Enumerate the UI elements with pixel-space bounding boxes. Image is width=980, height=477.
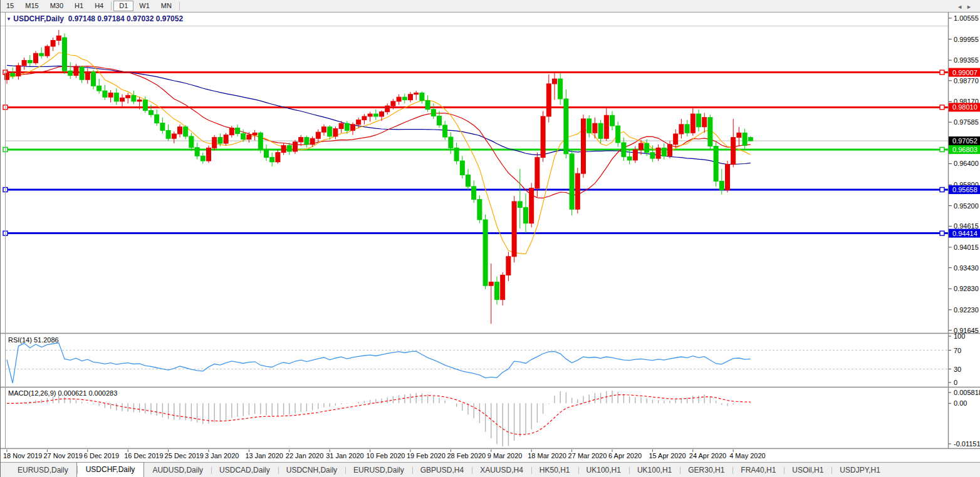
candle-body: [662, 148, 666, 156]
candle-body: [604, 115, 608, 138]
price-badge: [949, 145, 980, 154]
candle-body: [45, 46, 50, 56]
candle-body: [639, 143, 644, 150]
candle-body: [472, 187, 476, 200]
candle-body: [155, 115, 159, 123]
price-axis-tick: 0.98770: [954, 77, 979, 85]
chart-tab-audusd-daily[interactable]: AUDUSD,Daily: [144, 464, 211, 477]
candle-body: [178, 127, 182, 134]
chart-tab-eurusd-daily[interactable]: EURUSD,Daily: [9, 464, 76, 477]
candle-body: [201, 156, 205, 161]
candle-body: [333, 129, 338, 136]
price-badge: [949, 103, 980, 111]
date-axis-label: 19 Feb 2020: [407, 452, 446, 459]
tab-scroll-left-icon[interactable]: ◄: [957, 4, 966, 10]
candle-body: [397, 97, 401, 101]
chart-tab-usdcad-daily[interactable]: USDCAD,Daily: [211, 464, 278, 477]
timeframe-button-m30[interactable]: M30: [44, 1, 69, 11]
chart-tab-ger30-h1[interactable]: GER30,H1: [680, 464, 732, 477]
chart-tab-usdjpy-h1[interactable]: USDJPY,H1: [831, 464, 888, 477]
price-badge-text: 0.98010: [952, 103, 977, 111]
chart-tab-xauusd-h4[interactable]: XAUUSD,H4: [472, 464, 531, 477]
candle-body: [697, 114, 701, 127]
timeframe-button-d1[interactable]: D1: [113, 1, 133, 11]
candle-body: [212, 138, 217, 148]
chart-tab-fra40-h1[interactable]: FRA40,H1: [732, 464, 784, 477]
chart-tab-hk50-h1[interactable]: HK50,H1: [531, 464, 578, 477]
candle-body: [264, 150, 269, 157]
candle-body: [449, 137, 453, 148]
candle-body: [674, 134, 678, 145]
date-axis-label: 6 Dec 2019: [84, 452, 119, 459]
chart-tab-uk100-h1[interactable]: UK100,H1: [629, 464, 680, 477]
chart-tab-usoil-h1[interactable]: USOil,H1: [784, 464, 831, 477]
candle-body: [172, 134, 176, 138]
candle-body: [160, 123, 165, 131]
timeframe-button-h1[interactable]: H1: [69, 1, 89, 11]
toolbar-separator: [179, 2, 180, 11]
price-badge-text: 0.96803: [952, 146, 977, 153]
candle-body: [546, 84, 551, 116]
candle-body: [241, 133, 246, 139]
macd-axis-label: -0.011514: [954, 440, 980, 448]
macd-axis-label: 0.005818: [954, 389, 980, 396]
candle-body: [731, 138, 736, 165]
candle-body: [310, 138, 315, 145]
candle-body: [409, 95, 413, 100]
date-axis-label: 15 Apr 2020: [649, 452, 685, 459]
candle-body: [743, 133, 747, 145]
candle-body: [287, 145, 291, 151]
chart-tab-usdchf-daily[interactable]: USDCHF,Daily: [76, 462, 145, 477]
date-axis-label: 4 May 2020: [729, 452, 765, 459]
price-chart-canvas[interactable]: 1.005550.999550.993550.987700.981700.975…: [1, 0, 980, 477]
chevron-down-icon: ▼: [6, 16, 11, 22]
timeframe-button-m15[interactable]: M15: [19, 1, 44, 11]
price-badge-text: 0.97052: [952, 137, 977, 145]
price-axis-tick: 0.99955: [954, 36, 979, 43]
price-axis-tick: 0.94615: [954, 222, 979, 230]
candle-body: [351, 125, 355, 131]
chart-tab-eurusd-daily[interactable]: EURUSD,Daily: [345, 464, 412, 477]
price-badge: [949, 185, 980, 194]
candle-body: [281, 145, 286, 152]
candle-body: [570, 154, 574, 209]
chart-tab-uk100-h1[interactable]: UK100,H1: [578, 464, 629, 477]
price-badge: [949, 229, 980, 238]
timeframe-toolbar: 15M15M30H1H4D1W1MN: [1, 0, 980, 12]
timeframe-button-h4[interactable]: H4: [89, 1, 109, 11]
date-axis-label: 18 Nov 2019: [3, 452, 42, 459]
price-axis-tick: 0.92830: [954, 285, 979, 292]
candle-body: [120, 98, 125, 101]
date-axis-label: 22 Jan 2020: [286, 452, 324, 459]
tab-scroll-right-icon[interactable]: ►: [966, 4, 976, 10]
price-axis-tick: 0.98170: [954, 98, 979, 105]
moving-average-medium: [7, 66, 751, 198]
candle-body: [431, 110, 435, 116]
date-axis-label: 24 Apr 2020: [689, 452, 726, 459]
price-badge: [949, 136, 980, 145]
price-axis-tick: 0.94015: [954, 244, 979, 251]
candle-body: [714, 146, 718, 182]
price-badge-text: 0.94414: [952, 230, 977, 237]
timeframe-button-w1[interactable]: W1: [133, 1, 155, 11]
candle-body: [587, 119, 592, 133]
chart-tab-usdcnh-daily[interactable]: USDCNH,Daily: [278, 464, 345, 477]
candle-body: [564, 99, 568, 154]
chart-tab-gbpusd-h4[interactable]: GBPUSD,H4: [412, 464, 472, 477]
candle-body: [385, 106, 390, 112]
candle-body: [748, 138, 753, 141]
timeframe-button-mn[interactable]: MN: [155, 1, 177, 11]
candle-body: [541, 116, 545, 157]
rsi-axis-label: 0: [954, 379, 957, 386]
timeframe-button-15[interactable]: 15: [1, 1, 19, 11]
price-badge: [949, 68, 980, 77]
line-handle-right: [940, 105, 944, 110]
candle-body: [166, 130, 170, 138]
macd-axis-label: 0.00: [954, 399, 967, 407]
candle-body: [270, 157, 274, 162]
candle-body: [598, 123, 603, 138]
candle-body: [610, 115, 615, 126]
candle-body: [443, 125, 447, 137]
candle-body: [437, 116, 442, 125]
candle-body: [143, 100, 147, 111]
